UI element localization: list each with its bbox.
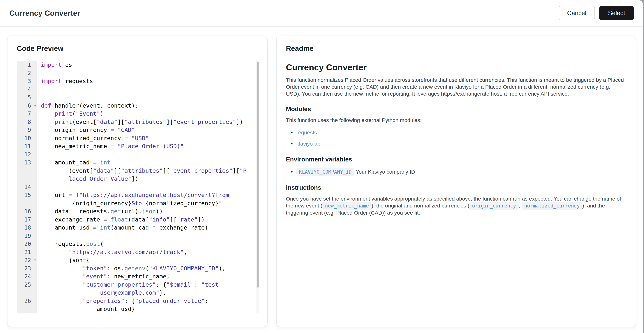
line-number (17, 289, 37, 297)
line-number: 16 (17, 207, 37, 215)
module-item: klaviyo-api (286, 140, 625, 148)
code-line: 20 requests.post( (17, 240, 260, 248)
code-line: 2 (17, 69, 260, 77)
module-link[interactable]: klaviyo-api (296, 141, 322, 147)
line-number: 9 (17, 126, 37, 134)
code-line: 18 amount_usd = int(amount_cad * exchang… (17, 224, 260, 232)
line-number: 10 (17, 134, 37, 142)
code-text (37, 232, 41, 240)
code-text: laced Order Value"]) (37, 175, 138, 183)
line-number: 17 (17, 215, 37, 224)
code-text: def handler(event, context): (37, 102, 138, 110)
code-line: 6▾def handler(event, context): (17, 102, 260, 110)
code-text: origin_currency = "CAD" (37, 126, 135, 134)
code-text: import requests (37, 77, 93, 85)
line-number: 3 (17, 77, 37, 85)
line-number (17, 167, 37, 175)
line-number: 4 (17, 85, 37, 94)
code-line: 22▾ json={ (17, 256, 260, 264)
code-text: "properties": {"placed_order_value": (37, 297, 208, 305)
inline-code-chip: origin_currency (470, 202, 518, 210)
code-line: 16 data = requests.get(url).json() (17, 207, 260, 215)
code-text (37, 150, 41, 159)
line-number: 21 (17, 248, 37, 256)
env-var-chip: KLAVIYO_COMPANY_ID (296, 168, 354, 176)
code-line: 13 amount_cad = int (17, 158, 260, 167)
env-vars-heading: Environment variables (286, 156, 625, 163)
line-number (17, 305, 37, 313)
code-line: 25 "customer_properties": {"$email": "te… (17, 281, 260, 289)
editor-scrollbar[interactable] (256, 60, 260, 313)
line-number: 1 (17, 61, 37, 69)
instructions-paragraph: Once you have set the environment variab… (286, 195, 625, 216)
select-button[interactable]: Select (599, 6, 634, 21)
code-line: 24 "event": new_metric_name, (17, 272, 260, 281)
code-line: 11 new_metric_name = "Place Order (USD)" (17, 142, 260, 150)
instructions-heading: Instructions (286, 184, 625, 191)
header-actions: Cancel Select (558, 6, 634, 21)
code-line: 10 normalized_currency = "USD" (17, 134, 260, 142)
module-link[interactable]: requests (296, 129, 317, 135)
code-line: 21 "https://a.klaviyo.com/api/track", (17, 248, 260, 256)
line-number: 5 (17, 93, 37, 102)
code-line: 4 (17, 85, 260, 94)
env-vars-list: KLAVIYO_COMPANY_ID Your Klaviyo company … (286, 168, 625, 176)
line-number: 13 (17, 158, 37, 167)
line-number: 14 (17, 183, 37, 191)
inline-code-chip: new_metric_name (322, 202, 372, 210)
code-line: 23 "token": os.getenv("KLAVIYO_COMPANY_I… (17, 264, 260, 272)
code-text: normalized_currency = "USD" (37, 134, 149, 142)
code-text (37, 93, 41, 102)
code-editor[interactable]: 1import os23import requests456▾def handl… (17, 60, 260, 313)
line-number: 24 (17, 272, 37, 281)
module-item: requests (286, 129, 625, 136)
modules-list: requestsklaviyo-api (286, 129, 625, 148)
line-number: 26 (17, 297, 37, 305)
code-line: -user@example.com"}, (17, 289, 260, 297)
code-text: amount_cad = int (37, 158, 110, 167)
code-text: "event": new_metric_name, (37, 272, 170, 281)
inline-code-chip: normalized_currency (522, 202, 582, 210)
code-text: -user@example.com"}, (37, 289, 166, 297)
line-number: 19 (17, 232, 37, 240)
line-number: 6▾ (17, 102, 37, 110)
cancel-button[interactable]: Cancel (558, 6, 595, 21)
code-text: requests.post( (37, 240, 104, 248)
modules-intro: This function uses the following externa… (286, 117, 625, 124)
code-text (37, 85, 41, 94)
env-var-desc: Your Klaviyo company ID (356, 169, 415, 175)
code-text: "token": os.getenv("KLAVIYO_COMPANY_ID")… (37, 264, 226, 272)
code-line: 19 (17, 232, 260, 240)
env-var-item: KLAVIYO_COMPANY_ID Your Klaviyo company … (286, 168, 625, 176)
editor-scrollbar-thumb[interactable] (256, 62, 259, 287)
code-preview-title: Code Preview (17, 45, 260, 53)
code-text: json={ (37, 256, 90, 264)
line-number: 8 (17, 118, 37, 126)
code-text (37, 183, 41, 191)
code-line: amount_usd} (17, 305, 260, 313)
code-lines: 1import os23import requests456▾def handl… (17, 60, 260, 313)
line-number: 23 (17, 264, 37, 272)
line-number: 15 (17, 191, 37, 199)
currency-converter-modal: Currency Converter Cancel Select Code Pr… (0, 0, 643, 333)
readme-title: Currency Converter (286, 62, 625, 72)
code-text: exchange_rate = float(data["info"]["rate… (37, 215, 205, 224)
code-line: 7 print("Event") (17, 110, 260, 118)
fold-toggle-icon[interactable]: ▾ (34, 256, 36, 264)
code-text: import os (37, 61, 72, 69)
readme-intro: This function normalizes Placed Order va… (286, 77, 625, 97)
fold-toggle-icon[interactable]: ▾ (34, 102, 36, 110)
code-text: print(event["data"]["attributes"]["event… (37, 118, 243, 126)
code-text: ={origin_currency}&to={normalized_curren… (37, 199, 222, 207)
line-number: 11 (17, 142, 37, 150)
code-line: 1import os (17, 61, 260, 69)
line-number: 12 (17, 150, 37, 159)
line-number: 20 (17, 240, 37, 248)
modal-header: Currency Converter Cancel Select (0, 0, 643, 27)
code-text (37, 69, 41, 77)
code-line: ={origin_currency}&to={normalized_curren… (17, 199, 260, 207)
readme-panel-title: Readme (286, 45, 625, 53)
code-text: new_metric_name = "Place Order (USD)" (37, 142, 184, 150)
code-line: 15 url = f"https://api.exchangerate.host… (17, 191, 260, 199)
line-number: 18 (17, 224, 37, 232)
